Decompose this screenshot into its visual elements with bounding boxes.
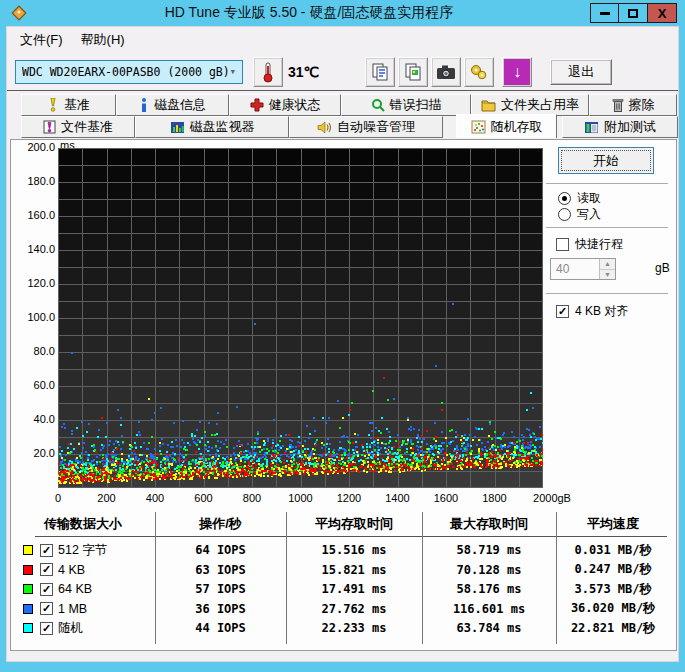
x-tick: 1800 xyxy=(467,492,523,504)
tab-label: 附加测试 xyxy=(604,118,656,136)
table-row: ✓4 KB63 IOPS15.821 ms70.128 ms0.247 MB/秒 xyxy=(11,560,676,580)
tab-label: 自动噪音管理 xyxy=(337,118,415,136)
4kb-align-checkbox[interactable]: ✓ xyxy=(556,305,569,318)
minimize-icon xyxy=(600,12,610,15)
read-radio[interactable] xyxy=(558,192,571,205)
options-button[interactable] xyxy=(464,57,494,87)
table-row: ✓随机44 IOPS22.233 ms63.784 ms22.821 MB/秒 xyxy=(11,618,676,638)
table-cell: 116.601 ms xyxy=(422,602,556,616)
table-cell: 22.233 ms xyxy=(286,621,422,635)
aam-icon xyxy=(317,121,332,134)
tab-aam[interactable]: 自动噪音管理 xyxy=(289,116,444,138)
spinner-down-icon[interactable]: ▼ xyxy=(600,269,615,280)
disk-monitor-icon xyxy=(170,121,185,134)
update-button[interactable]: ↓ xyxy=(502,57,532,87)
table-cell: 64 IOPS xyxy=(155,543,286,557)
table-cell: 0.031 MB/秒 xyxy=(556,542,670,559)
chevron-down-icon: ▾ xyxy=(229,65,236,78)
series-color-swatch xyxy=(23,565,33,575)
series-checkbox[interactable]: ✓ xyxy=(40,563,53,576)
short-stroke-size-field[interactable]: 40 ▲▼ xyxy=(550,258,616,280)
benchmark-icon xyxy=(47,98,59,112)
maximize-icon xyxy=(628,9,638,18)
col-header-avg-access: 平均存取时间 xyxy=(286,515,422,533)
series-checkbox[interactable]: ✓ xyxy=(40,622,53,635)
series-color-swatch xyxy=(23,623,33,633)
table-cell: 36 IOPS xyxy=(155,602,286,616)
tab-benchmark[interactable]: 基准 xyxy=(21,94,116,116)
maximize-button[interactable] xyxy=(619,3,648,23)
tab-extra-tests[interactable]: 附加测试 xyxy=(562,116,678,138)
random-access-panel: ms 200.0180.0160.0140.0120.0100.080.060.… xyxy=(10,139,677,651)
table-cell: 15.821 ms xyxy=(286,563,422,577)
table-cell: 57 IOPS xyxy=(155,582,286,596)
copy-image-button[interactable] xyxy=(398,57,428,87)
health-icon xyxy=(250,98,264,112)
tab-health[interactable]: 健康状态 xyxy=(229,94,341,116)
y-tick: 40.0 xyxy=(12,413,55,425)
tab-label: 健康状态 xyxy=(269,96,321,114)
tab-disk-info[interactable]: 磁盘信息 xyxy=(116,94,229,116)
close-button[interactable]: X xyxy=(648,3,677,23)
table-cell: 58.719 ms xyxy=(422,543,556,557)
access-time-scatter-chart xyxy=(58,148,543,488)
camera-icon xyxy=(436,64,456,80)
menu-file[interactable]: 文件(F) xyxy=(11,28,72,52)
window-title: HD Tune 专业版 5.50 - 硬盘/固态硬盘实用程序 xyxy=(28,4,590,22)
menu-help[interactable]: 帮助(H) xyxy=(72,28,134,52)
extra-tests-icon xyxy=(584,121,599,134)
exit-button[interactable]: 退出 xyxy=(550,59,612,85)
start-button[interactable]: 开始 xyxy=(558,147,654,174)
tab-label: 随机存取 xyxy=(491,118,543,136)
y-tick: 160.0 xyxy=(12,209,55,221)
table-cell: 17.491 ms xyxy=(286,582,422,596)
tab-label: 错误扫描 xyxy=(390,96,442,114)
window-body: 文件(F) 帮助(H) WDC WD20EARX-00PASB0 (2000 g… xyxy=(6,26,679,662)
drive-selector-value: WDC WD20EARX-00PASB0 (2000 gB) xyxy=(22,65,229,79)
col-header-iops: 操作/秒 xyxy=(155,515,286,533)
table-cell: 58.176 ms xyxy=(422,582,556,596)
thermometer-icon xyxy=(259,61,277,83)
temperature-value: 31℃ xyxy=(288,64,319,80)
app-window: HD Tune 专业版 5.50 - 硬盘/固态硬盘实用程序 X 文件(F) 帮… xyxy=(0,0,685,672)
short-stroke-row[interactable]: 快捷行程 xyxy=(556,236,623,253)
series-checkbox[interactable]: ✓ xyxy=(40,602,53,615)
write-radio-row[interactable]: 写入 xyxy=(558,206,601,223)
tab-folder-usage[interactable]: 文件夹占用率 xyxy=(471,94,589,116)
y-tick: 120.0 xyxy=(12,277,55,289)
header-underline xyxy=(35,536,667,537)
table-row: ✓512 字节64 IOPS15.516 ms58.719 ms0.031 MB… xyxy=(11,540,676,560)
copy-text-button[interactable] xyxy=(365,57,395,87)
series-checkbox[interactable]: ✓ xyxy=(40,544,53,557)
col-header-max-access: 最大存取时间 xyxy=(422,515,556,533)
tab-disk-monitor[interactable]: 磁盘监视器 xyxy=(135,116,289,138)
table-cell: 70.128 ms xyxy=(422,563,556,577)
tab-random-access[interactable]: 随机存取 xyxy=(456,114,556,138)
short-stroke-checkbox[interactable] xyxy=(556,238,569,251)
erase-icon xyxy=(612,98,624,112)
tab-label: 文件基准 xyxy=(61,118,113,136)
write-radio[interactable] xyxy=(558,208,571,221)
tab-error-scan[interactable]: 错误扫描 xyxy=(341,94,471,116)
table-row: ✓64 KB57 IOPS17.491 ms58.176 ms3.573 MB/… xyxy=(11,579,676,599)
minimize-button[interactable] xyxy=(590,3,619,23)
4kb-align-row[interactable]: ✓ 4 KB 对齐 xyxy=(556,303,628,320)
tab-label: 磁盘监视器 xyxy=(190,118,255,136)
toolbar: WDC WD20EARX-00PASB0 (2000 gB) ▾ 31℃ xyxy=(7,53,678,91)
4kb-align-label: 4 KB 对齐 xyxy=(575,303,628,320)
screenshot-button[interactable] xyxy=(431,57,461,87)
folder-usage-icon xyxy=(481,99,496,112)
series-checkbox[interactable]: ✓ xyxy=(40,583,53,596)
copy-text-icon xyxy=(371,62,389,82)
write-radio-label: 写入 xyxy=(577,206,601,223)
tab-erase[interactable]: 擦除 xyxy=(589,94,677,116)
drive-selector[interactable]: WDC WD20EARX-00PASB0 (2000 gB) ▾ xyxy=(15,60,243,84)
spinner-buttons[interactable]: ▲▼ xyxy=(599,259,615,279)
separator xyxy=(546,183,668,184)
tab-file-benchmark[interactable]: 文件基准 xyxy=(21,116,135,138)
tab-label: 基准 xyxy=(64,96,90,114)
read-radio-row[interactable]: 读取 xyxy=(558,190,601,207)
table-cell: 3.573 MB/秒 xyxy=(556,581,670,598)
temperature-button[interactable] xyxy=(253,57,283,87)
spinner-up-icon[interactable]: ▲ xyxy=(600,259,615,269)
